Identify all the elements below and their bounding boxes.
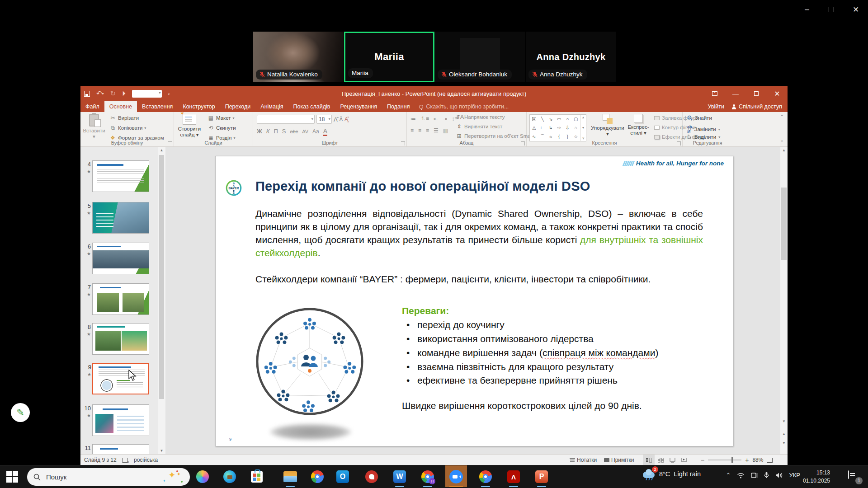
spellcheck-icon[interactable] [122, 455, 128, 465]
scroll-up-icon[interactable]: ▲ [780, 147, 788, 154]
taskbar-clock[interactable]: 15:13 01.10.2025 [803, 469, 830, 485]
zoom-percentage[interactable]: 88% [752, 457, 763, 463]
clear-formatting-icon[interactable]: А͓̽ [344, 116, 348, 122]
font-color-button[interactable]: А [323, 127, 327, 136]
layout-button[interactable]: ▤ Макет ▾ [208, 115, 235, 121]
start-slideshow-icon[interactable]: ⏵ [122, 89, 126, 98]
font-size-combobox[interactable]: 18 [316, 115, 332, 124]
zoom-close-icon[interactable]: ✕ [850, 4, 862, 15]
slide-paragraph-1[interactable]: Динамічне розподілення відповідальності … [255, 207, 703, 260]
benefits-block[interactable]: Переваги: перехід до коучингу використан… [402, 305, 700, 388]
quick-styles-button[interactable]: Експрес-стилі ▾ [624, 114, 652, 136]
redo-icon[interactable]: ↻ [110, 89, 116, 98]
undo-icon[interactable]: ↶▾ [96, 89, 104, 98]
wifi-icon[interactable] [737, 472, 745, 479]
chrome-alt-icon[interactable] [478, 469, 493, 484]
thumbnail-slide-7[interactable]: 7 ★ [92, 283, 149, 315]
tab-slideshow[interactable]: Показ слайдів [288, 101, 335, 112]
down-arrow-shape-icon[interactable]: ⇩ [566, 125, 569, 130]
curve-shape-icon[interactable]: ≈ [550, 134, 552, 139]
text-direction-button[interactable]: ⇵A Напрямок тексту [456, 114, 505, 120]
new-slide-button[interactable]: Створити слайд ▾ [177, 114, 202, 138]
current-slide[interactable]: Health for all, Hunger for none BAYER B … [215, 156, 733, 446]
comments-button[interactable]: Примітки [604, 455, 634, 465]
thumbnail-slide-5[interactable]: 5 ★ [92, 202, 149, 234]
next-slide-icon[interactable]: ▼ [780, 440, 788, 447]
tab-insert[interactable]: Вставлення [137, 101, 178, 112]
annotation-pencil-button[interactable]: ✎ [11, 403, 30, 422]
zoom-maximize-icon[interactable] [826, 4, 837, 15]
zoom-out-button[interactable]: − [701, 456, 704, 464]
character-spacing-button[interactable]: AV [302, 129, 308, 134]
bold-button[interactable]: Ж [257, 128, 262, 135]
ribbon-scroll-up-icon[interactable]: ⌃ [780, 114, 784, 119]
replace-button[interactable]: ab⇄ Замінити ▾ [687, 125, 720, 134]
right-arrow-shape-icon[interactable]: ⇨ [557, 125, 561, 130]
shapes-gallery-scroll[interactable]: ▲ ▼ ⊽ [580, 115, 586, 141]
thumbnail-slide-6[interactable]: 6 ★ [92, 243, 149, 274]
thumbnail-panel-scrollbar[interactable]: ▲ ▼ [158, 147, 165, 454]
justify-icon[interactable]: ☰ [434, 127, 439, 134]
qat-combobox[interactable] [132, 90, 162, 98]
ribbon-display-options-icon[interactable]: ⌃ [704, 86, 725, 101]
dialog-launcher-icon[interactable] [521, 141, 525, 145]
slideshow-view-button[interactable] [678, 455, 690, 465]
scribble-shape-icon[interactable]: ∿ [532, 134, 536, 139]
normal-view-button[interactable] [643, 455, 655, 465]
tab-transitions[interactable]: Переходи [220, 101, 256, 112]
dialog-launcher-icon[interactable] [168, 141, 172, 145]
find-button[interactable]: Знайти [687, 115, 712, 121]
strikethrough-button[interactable]: abc [290, 129, 298, 134]
slide-area-scrollbar[interactable]: ▲ ▼ ▲ ▼ [780, 147, 788, 454]
grow-font-icon[interactable]: А̂ [334, 116, 338, 123]
weather-widget[interactable]: 2 8°C Light rain [642, 469, 701, 479]
notes-button[interactable]: Нотатки [570, 455, 597, 465]
video-tile-mariia[interactable]: Mariia Mariia [344, 32, 434, 82]
slide-sorter-view-button[interactable] [655, 455, 666, 465]
notification-center-button[interactable]: 1 [848, 471, 860, 483]
chrome-icon[interactable] [310, 469, 325, 484]
network-diagram[interactable] [254, 305, 366, 418]
zoom-in-button[interactable]: + [745, 456, 749, 464]
copy-button[interactable]: ⧉ Копіювати ▾ [109, 125, 146, 131]
red-app-icon[interactable] [364, 469, 379, 484]
zoom-slider-thumb[interactable] [731, 457, 733, 463]
tab-file[interactable]: Файл [80, 101, 104, 112]
shapes-scroll-down-icon[interactable]: ▼ [582, 126, 585, 129]
tray-expand-icon[interactable]: ⌃ [726, 472, 731, 479]
video-tile-anna[interactable]: Anna Dzhuzhyk Anna Dzhuzhyk [526, 32, 616, 82]
cut-button[interactable]: ✂ Вирізати [109, 115, 139, 121]
fit-to-window-icon[interactable] [767, 458, 773, 463]
scrollbar-thumb[interactable] [781, 188, 787, 260]
align-center-icon[interactable]: ≡ [418, 127, 421, 134]
reading-view-button[interactable] [666, 455, 678, 465]
customize-qat-icon[interactable]: ⸗ [168, 91, 170, 96]
tab-view[interactable]: Подання [382, 101, 415, 112]
select-button[interactable]: Виділити ▾ [687, 134, 720, 140]
ppt-maximize-icon[interactable] [746, 86, 767, 101]
copilot-icon[interactable] [195, 469, 210, 484]
oval-shape-icon[interactable]: ○ [566, 117, 569, 122]
columns-icon[interactable]: ▥ [443, 127, 448, 134]
sign-in-link[interactable]: Увійти [708, 103, 724, 110]
rounded-rect-shape-icon[interactable]: ▢ [574, 117, 578, 122]
underline-button[interactable]: П [274, 128, 278, 135]
chrome-profile-icon[interactable]: H [420, 469, 435, 484]
font-name-combobox[interactable] [257, 115, 315, 124]
speaker-icon[interactable] [775, 472, 783, 479]
start-button[interactable] [6, 471, 19, 483]
freeform-shape-icon[interactable]: ⌂ [575, 125, 577, 130]
thumbnail-slide-4[interactable]: 4 ★ [92, 160, 149, 192]
microphone-icon[interactable] [764, 472, 769, 479]
triangle-shape-icon[interactable]: △ [532, 125, 536, 130]
zoom-app-icon[interactable] [449, 469, 463, 484]
video-tile-nataliia[interactable]: Nataliia Kovalenko [253, 32, 344, 82]
collapse-ribbon-icon[interactable]: ⌃ [780, 140, 784, 145]
zoom-minimize-icon[interactable]: – [801, 4, 813, 15]
reset-button[interactable]: ⟲ Скинути [208, 125, 236, 131]
tab-animations[interactable]: Анімація [255, 101, 288, 112]
arrange-button[interactable]: Упорядкувати▾ [590, 114, 625, 137]
align-left-icon[interactable]: ≡ [410, 127, 414, 134]
shrink-font-icon[interactable]: А̌ [340, 117, 343, 122]
italic-button[interactable]: К [266, 128, 270, 135]
